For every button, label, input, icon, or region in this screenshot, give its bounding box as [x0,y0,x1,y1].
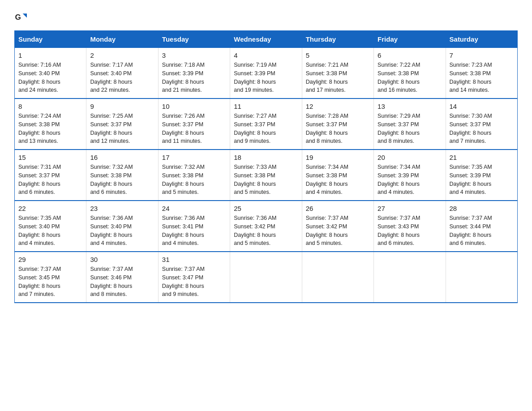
day-info: Sunrise: 7:37 AM Sunset: 3:46 PM Dayligh… [90,265,154,299]
calendar-cell: 27 Sunrise: 7:37 AM Sunset: 3:43 PM Dayl… [374,201,446,252]
day-info: Sunrise: 7:37 AM Sunset: 3:45 PM Dayligh… [18,265,82,299]
day-number: 12 [306,103,370,110]
day-number: 3 [162,51,226,59]
calendar-cell [374,252,446,303]
header-wednesday: Wednesday [230,31,302,48]
calendar-cell: 5 Sunrise: 7:21 AM Sunset: 3:38 PM Dayli… [302,48,373,99]
day-number: 10 [162,103,226,110]
calendar-cell: 9 Sunrise: 7:25 AM Sunset: 3:37 PM Dayli… [86,98,158,150]
week-row-2: 15 Sunrise: 7:31 AM Sunset: 3:37 PM Dayl… [15,150,518,201]
day-number: 21 [450,154,514,161]
day-info: Sunrise: 7:32 AM Sunset: 3:38 PM Dayligh… [90,163,154,197]
day-number: 30 [90,256,154,263]
calendar-cell: 22 Sunrise: 7:35 AM Sunset: 3:40 PM Dayl… [15,201,86,252]
svg-marker-1 [23,13,27,17]
day-info: Sunrise: 7:23 AM Sunset: 3:38 PM Dayligh… [450,61,514,94]
calendar-body: 1 Sunrise: 7:16 AM Sunset: 3:40 PM Dayli… [15,48,518,303]
calendar-cell: 10 Sunrise: 7:26 AM Sunset: 3:37 PM Dayl… [158,98,230,150]
header-friday: Friday [374,31,446,48]
calendar-cell: 11 Sunrise: 7:27 AM Sunset: 3:37 PM Dayl… [230,98,302,150]
day-number: 13 [378,103,442,110]
header-tuesday: Tuesday [158,31,230,48]
day-info: Sunrise: 7:29 AM Sunset: 3:37 PM Dayligh… [378,112,442,146]
day-info: Sunrise: 7:35 AM Sunset: 3:40 PM Dayligh… [18,214,82,248]
calendar-cell: 6 Sunrise: 7:22 AM Sunset: 3:38 PM Dayli… [374,48,446,99]
logo: G [14,11,29,23]
calendar-cell: 12 Sunrise: 7:28 AM Sunset: 3:37 PM Dayl… [302,98,373,150]
calendar-cell [446,252,517,303]
calendar-cell: 24 Sunrise: 7:36 AM Sunset: 3:41 PM Dayl… [158,201,230,252]
day-number: 9 [90,103,154,110]
calendar-cell: 3 Sunrise: 7:18 AM Sunset: 3:39 PM Dayli… [158,48,230,99]
day-number: 28 [450,205,514,212]
calendar-cell: 16 Sunrise: 7:32 AM Sunset: 3:38 PM Dayl… [86,150,158,201]
header-saturday: Saturday [446,31,517,48]
day-info: Sunrise: 7:34 AM Sunset: 3:38 PM Dayligh… [306,163,370,197]
day-number: 11 [234,103,298,110]
day-info: Sunrise: 7:24 AM Sunset: 3:38 PM Dayligh… [18,112,82,146]
calendar-cell: 26 Sunrise: 7:37 AM Sunset: 3:42 PM Dayl… [302,201,373,252]
day-info: Sunrise: 7:36 AM Sunset: 3:42 PM Dayligh… [234,214,298,248]
day-number: 20 [378,154,442,161]
calendar-cell: 7 Sunrise: 7:23 AM Sunset: 3:38 PM Dayli… [446,48,517,99]
day-number: 6 [378,51,442,59]
day-number: 5 [306,51,370,59]
day-info: Sunrise: 7:19 AM Sunset: 3:39 PM Dayligh… [234,61,298,94]
day-info: Sunrise: 7:32 AM Sunset: 3:38 PM Dayligh… [162,163,226,197]
day-info: Sunrise: 7:33 AM Sunset: 3:38 PM Dayligh… [234,163,298,197]
header-monday: Monday [86,31,158,48]
day-info: Sunrise: 7:27 AM Sunset: 3:37 PM Dayligh… [234,112,298,146]
day-info: Sunrise: 7:26 AM Sunset: 3:37 PM Dayligh… [162,112,226,146]
calendar-cell: 8 Sunrise: 7:24 AM Sunset: 3:38 PM Dayli… [15,98,86,150]
logo-icon: G [14,11,27,23]
header-sunday: Sunday [15,31,86,48]
day-number: 25 [234,205,298,212]
day-number: 14 [450,103,514,110]
day-info: Sunrise: 7:37 AM Sunset: 3:42 PM Dayligh… [306,214,370,248]
calendar-cell: 13 Sunrise: 7:29 AM Sunset: 3:37 PM Dayl… [374,98,446,150]
calendar-cell: 19 Sunrise: 7:34 AM Sunset: 3:38 PM Dayl… [302,150,373,201]
calendar-cell: 4 Sunrise: 7:19 AM Sunset: 3:39 PM Dayli… [230,48,302,99]
svg-text:G: G [15,13,21,21]
day-info: Sunrise: 7:36 AM Sunset: 3:40 PM Dayligh… [90,214,154,248]
day-info: Sunrise: 7:21 AM Sunset: 3:38 PM Dayligh… [306,61,370,94]
day-number: 31 [162,256,226,263]
calendar-cell: 1 Sunrise: 7:16 AM Sunset: 3:40 PM Dayli… [15,48,86,99]
calendar-cell: 15 Sunrise: 7:31 AM Sunset: 3:37 PM Dayl… [15,150,86,201]
calendar-cell: 23 Sunrise: 7:36 AM Sunset: 3:40 PM Dayl… [86,201,158,252]
day-info: Sunrise: 7:28 AM Sunset: 3:37 PM Dayligh… [306,112,370,146]
day-number: 8 [18,103,82,110]
day-info: Sunrise: 7:16 AM Sunset: 3:40 PM Dayligh… [18,61,82,94]
day-number: 2 [90,51,154,59]
day-number: 18 [234,154,298,161]
week-row-0: 1 Sunrise: 7:16 AM Sunset: 3:40 PM Dayli… [15,48,518,99]
calendar-cell: 14 Sunrise: 7:30 AM Sunset: 3:37 PM Dayl… [446,98,517,150]
day-info: Sunrise: 7:18 AM Sunset: 3:39 PM Dayligh… [162,61,226,94]
week-row-4: 29 Sunrise: 7:37 AM Sunset: 3:45 PM Dayl… [15,252,518,303]
calendar-cell [230,252,302,303]
calendar-cell [302,252,373,303]
calendar-cell: 30 Sunrise: 7:37 AM Sunset: 3:46 PM Dayl… [86,252,158,303]
calendar-cell: 21 Sunrise: 7:35 AM Sunset: 3:39 PM Dayl… [446,150,517,201]
day-info: Sunrise: 7:36 AM Sunset: 3:41 PM Dayligh… [162,214,226,248]
calendar-cell: 28 Sunrise: 7:37 AM Sunset: 3:44 PM Dayl… [446,201,517,252]
calendar-table: Sunday Monday Tuesday Wednesday Thursday… [14,30,518,303]
day-number: 27 [378,205,442,212]
day-number: 26 [306,205,370,212]
day-number: 4 [234,51,298,59]
header-thursday: Thursday [302,31,373,48]
calendar-cell: 25 Sunrise: 7:36 AM Sunset: 3:42 PM Dayl… [230,201,302,252]
day-info: Sunrise: 7:37 AM Sunset: 3:43 PM Dayligh… [378,214,442,248]
calendar-cell: 29 Sunrise: 7:37 AM Sunset: 3:45 PM Dayl… [15,252,86,303]
day-info: Sunrise: 7:34 AM Sunset: 3:39 PM Dayligh… [378,163,442,197]
calendar-cell: 17 Sunrise: 7:32 AM Sunset: 3:38 PM Dayl… [158,150,230,201]
day-info: Sunrise: 7:25 AM Sunset: 3:37 PM Dayligh… [90,112,154,146]
day-number: 15 [18,154,82,161]
week-row-3: 22 Sunrise: 7:35 AM Sunset: 3:40 PM Dayl… [15,201,518,252]
calendar-cell: 20 Sunrise: 7:34 AM Sunset: 3:39 PM Dayl… [374,150,446,201]
page-header: G [14,11,518,23]
day-number: 1 [18,51,82,59]
day-info: Sunrise: 7:30 AM Sunset: 3:37 PM Dayligh… [450,112,514,146]
day-number: 29 [18,256,82,263]
day-number: 19 [306,154,370,161]
